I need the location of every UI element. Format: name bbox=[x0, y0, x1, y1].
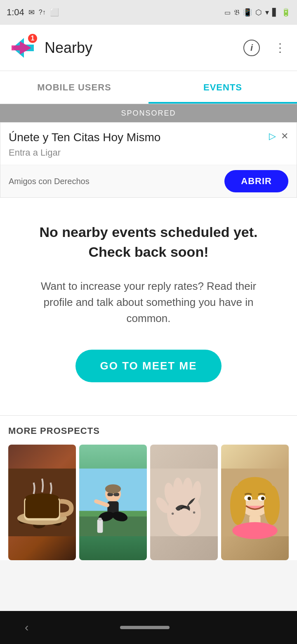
cast-icon: ▭ bbox=[224, 9, 231, 17]
svg-rect-22 bbox=[97, 519, 103, 533]
signal-bars-icon: ▋ bbox=[272, 8, 278, 17]
back-button[interactable]: ‹ bbox=[25, 621, 28, 634]
svg-point-42 bbox=[248, 497, 251, 500]
status-time: 1:04 bbox=[7, 7, 24, 18]
ad-brand: Amigos con Derechos bbox=[9, 177, 90, 186]
svg-point-39 bbox=[232, 522, 277, 539]
status-left: 1:04 ✉ ?↑ ⬜ bbox=[7, 7, 59, 18]
prospect-card-tattoo[interactable] bbox=[150, 445, 218, 560]
tabs-container: MOBILE USERS EVENTS bbox=[0, 71, 297, 104]
sponsored-banner: SPONSORED bbox=[0, 104, 297, 122]
wifi-icon: ▾ bbox=[265, 8, 269, 17]
battery-icon: 🔋 bbox=[281, 8, 290, 17]
screenshot-icon: ⬜ bbox=[50, 8, 59, 17]
notification-badge: 1 bbox=[27, 33, 38, 44]
app-title: Nearby bbox=[45, 39, 243, 57]
data-icon: ⬡ bbox=[255, 8, 262, 17]
svg-point-36 bbox=[230, 485, 246, 525]
prospect-card-coffee[interactable] bbox=[8, 445, 76, 560]
info-icon: i bbox=[243, 40, 260, 56]
bluetooth-icon: 𝔅 bbox=[234, 8, 240, 17]
prospect-card-blonde[interactable] bbox=[221, 445, 289, 560]
svg-point-17 bbox=[105, 484, 121, 493]
ad-header: Únete y Ten Citas Hoy Mismo ▷ ✕ bbox=[0, 123, 297, 147]
status-right: ▭ 𝔅 📳 ⬡ ▾ ▋ 🔋 bbox=[224, 8, 290, 17]
no-events-subtitle: Want to increase your reply rates? Read … bbox=[33, 278, 264, 327]
svg-point-32 bbox=[193, 511, 195, 514]
info-button[interactable]: i bbox=[243, 39, 261, 57]
ad-subtitle: Entra a Ligar bbox=[0, 147, 297, 165]
svg-point-43 bbox=[261, 497, 264, 500]
more-menu-button[interactable]: ⋮ bbox=[271, 39, 289, 57]
gmail-icon: ✉ bbox=[28, 8, 35, 17]
svg-point-37 bbox=[264, 485, 280, 525]
svg-rect-9 bbox=[25, 498, 59, 518]
tab-events[interactable]: EVENTS bbox=[148, 71, 297, 104]
prospects-section: MORE PROSPECTS bbox=[0, 415, 297, 560]
signal-question-icon: ?↑ bbox=[39, 9, 46, 16]
coffee-image bbox=[8, 445, 76, 560]
blonde-image bbox=[221, 445, 289, 560]
vibrate-icon: 📳 bbox=[243, 8, 252, 17]
app-logo-container: 1 bbox=[8, 33, 38, 63]
bottom-bar: ‹ bbox=[0, 611, 297, 644]
ad-play-icon[interactable]: ▷ bbox=[269, 131, 276, 142]
ad-close-icon[interactable]: ✕ bbox=[281, 131, 288, 142]
tab-mobile-users[interactable]: MOBILE USERS bbox=[0, 71, 148, 104]
ad-cta-button[interactable]: ABRIR bbox=[224, 170, 288, 192]
svg-point-31 bbox=[172, 513, 174, 515]
svg-rect-15 bbox=[113, 493, 119, 496]
ad-title: Únete y Ten Citas Hoy Mismo bbox=[9, 131, 160, 144]
prospects-title: MORE PROSPECTS bbox=[8, 426, 289, 436]
ad-card: Únete y Ten Citas Hoy Mismo ▷ ✕ Entra a … bbox=[0, 122, 297, 198]
svg-marker-1 bbox=[12, 41, 31, 54]
fitness-image bbox=[79, 445, 147, 560]
prospect-card-fitness[interactable] bbox=[79, 445, 147, 560]
more-dots-icon: ⋮ bbox=[274, 41, 285, 54]
status-bar: 1:04 ✉ ?↑ ⬜ ▭ 𝔅 📳 ⬡ ▾ ▋ 🔋 bbox=[0, 0, 297, 25]
app-bar-actions: i ⋮ bbox=[243, 39, 289, 57]
svg-rect-23 bbox=[98, 518, 101, 521]
tattoo-image bbox=[150, 445, 218, 560]
go-to-meet-me-button[interactable]: GO TO MEET ME bbox=[75, 350, 222, 382]
main-content: No nearby events scheduled yet. Check ba… bbox=[0, 198, 297, 415]
home-indicator[interactable] bbox=[120, 626, 170, 629]
app-bar: 1 Nearby i ⋮ bbox=[0, 25, 297, 71]
ad-footer: Amigos con Derechos ABRIR bbox=[0, 165, 297, 197]
prospects-grid bbox=[8, 445, 289, 560]
ad-header-icons: ▷ ✕ bbox=[269, 131, 288, 142]
no-events-title: No nearby events scheduled yet. Check ba… bbox=[37, 223, 260, 262]
